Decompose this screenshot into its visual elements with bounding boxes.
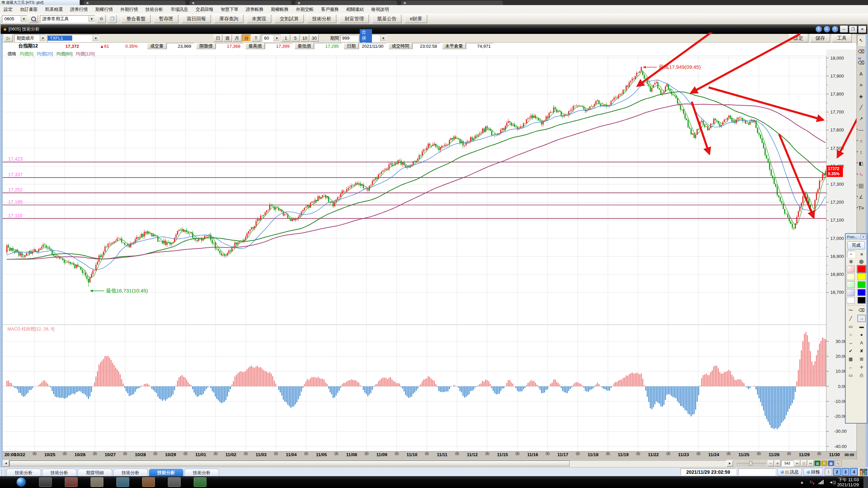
mdi-round-button[interactable]: ? <box>832 26 839 33</box>
color-swatch[interactable] <box>847 289 855 296</box>
taskbar-app-icon-2[interactable] <box>65 477 78 487</box>
chart-button-儲存[interactable]: 儲存 <box>810 34 830 42</box>
toolbar-button-財富管理[interactable]: 財富管理 <box>340 15 369 23</box>
page-button-2[interactable]: 2 <box>833 468 841 476</box>
pen-size-7[interactable] <box>858 251 865 257</box>
menu-item-智慧下單[interactable]: 智慧下單 <box>217 6 242 13</box>
vertical-lines-icon[interactable]: ||||▾ <box>857 180 865 191</box>
menu-item-技術分析[interactable]: 技術分析 <box>142 6 167 13</box>
session-combo[interactable]: 合併盤 ▼ <box>359 35 387 42</box>
palette-tool[interactable]: ✛ <box>857 364 866 371</box>
color-swatch[interactable] <box>847 266 855 272</box>
toolbar-button-技術分析[interactable]: 技術分析 <box>307 15 336 23</box>
page-button-3[interactable]: 3 <box>842 468 849 476</box>
palette-tool[interactable]: ○ <box>847 331 855 338</box>
period-button-月[interactable]: 月 <box>233 35 241 42</box>
chart-button-工具[interactable]: 工具 <box>832 34 852 42</box>
chevron-down-icon[interactable]: ▼ <box>88 16 95 22</box>
tab-5[interactable]: 技術分析 <box>184 469 219 476</box>
toolbar-button-未實現[interactable]: 未實現 <box>247 15 271 23</box>
taskbar-clock[interactable]: 下午 11:03 2021/11/29 <box>837 477 859 487</box>
contract-combo[interactable]: 期貨續月 ▼ <box>14 35 46 42</box>
symbol-combo[interactable]: TXFL1 ▼ <box>47 35 99 42</box>
search-button[interactable] <box>29 15 38 23</box>
pointer-icon[interactable]: ↖ <box>857 35 865 46</box>
mdi-round-button[interactable]: + <box>824 26 830 33</box>
layout-grid-icon[interactable] <box>860 469 867 475</box>
menu-item-客戶服務[interactable]: 客戶服務 <box>317 6 342 13</box>
color-swatch[interactable] <box>857 297 866 304</box>
menu-item-市場訊息[interactable]: 市場訊息 <box>167 6 192 13</box>
candle-chart-icon[interactable]: ▥ <box>814 461 821 466</box>
two-point-icon[interactable]: ◧▾ <box>857 158 865 169</box>
fill-icon[interactable]: ◈ <box>857 90 865 102</box>
pin-icon[interactable]: ↕▾ <box>857 146 865 158</box>
quick-minute-1[interactable]: 1 <box>281 35 290 42</box>
report-button[interactable]: 回報 <box>804 468 823 476</box>
toolbar-button-e財庫[interactable]: e財庫 <box>405 15 427 23</box>
message-button[interactable]: ▤訊息 <box>777 468 802 476</box>
color-swatch[interactable] <box>847 297 855 304</box>
menu-item-證券帳務[interactable]: 證券帳務 <box>242 6 267 13</box>
taskbar-app-icon-4[interactable] <box>116 477 129 487</box>
toolbar-button-凱基公告[interactable]: 凱基公告 <box>372 15 401 23</box>
page-button-4[interactable]: 4 <box>850 468 858 476</box>
tab-1[interactable]: 技術分析 <box>42 469 77 476</box>
palette-done-button[interactable]: 完成 <box>847 241 865 249</box>
action-center-flag-icon[interactable]: ⚐✘ <box>809 480 813 485</box>
page-button-1[interactable]: 1 <box>825 468 832 476</box>
menu-item-相關連結[interactable]: 相關連結 <box>342 6 368 13</box>
color-swatch[interactable] <box>847 281 855 288</box>
start-button[interactable] <box>16 477 26 487</box>
toolbar-button-交割試算[interactable]: 交割試算 <box>275 15 304 23</box>
zoom-slider[interactable] <box>736 460 767 466</box>
horizontal-line-icon[interactable]: —▾ <box>857 124 865 135</box>
cycle-wave-icon[interactable]: ∿▾ <box>857 169 865 180</box>
text-lines-icon[interactable]: T≡▾ <box>857 202 865 214</box>
settings-gear-button[interactable]: ⚙ <box>97 15 106 23</box>
palette-tool[interactable]: ╱ <box>847 315 855 322</box>
menu-item-證券行情[interactable]: 證券行情 <box>66 6 92 13</box>
palette-tool[interactable]: ✘ <box>857 347 866 354</box>
toolbar-button-當日回報[interactable]: 當日回報 <box>182 15 211 23</box>
chart-button-設定[interactable]: 設定 <box>789 34 808 42</box>
chevron-down-icon[interactable]: ▼ <box>380 35 386 41</box>
parallel-lines-icon[interactable]: ≡ <box>857 79 865 90</box>
color-swatch[interactable] <box>857 289 866 296</box>
tabbar-grip[interactable] <box>1 470 5 476</box>
line-chart-icon[interactable]: ∿ <box>835 460 842 466</box>
speaker-icon[interactable]: ◄)) <box>829 480 836 485</box>
period-button-週[interactable]: 週 <box>223 35 232 42</box>
network-signal-icon[interactable] <box>818 480 824 484</box>
quick-minute-5[interactable]: 5 <box>291 35 300 42</box>
toolbar-button-暫存匣[interactable]: 暫存匣 <box>154 15 178 23</box>
palette-tool[interactable]: ▬ <box>857 323 866 330</box>
menu-item-期權行情[interactable]: 期權行情 <box>92 6 117 13</box>
palette-tool[interactable]: ← <box>847 364 855 371</box>
palette-tool[interactable]: ✔ <box>847 347 855 354</box>
menu-item-期權帳務[interactable]: 期權帳務 <box>267 6 292 13</box>
color-swatch[interactable] <box>857 266 866 272</box>
period-count-input[interactable]: 999 <box>340 35 358 42</box>
play-button[interactable]: ▷ <box>4 35 13 42</box>
close-icon[interactable]: ✕ <box>861 235 866 239</box>
palette-tool[interactable]: ⎙ <box>857 372 866 379</box>
scroll-left-button[interactable]: ◄ <box>3 460 9 467</box>
screen-code-combo[interactable]: 0605 ▼ <box>2 15 27 23</box>
menu-item-檢視說明[interactable]: 檢視說明 <box>368 6 393 13</box>
eraser-icon[interactable]: ⌫ <box>857 46 865 57</box>
taskbar-app-icon-3[interactable] <box>91 477 103 487</box>
palette-tool[interactable]: 〜 <box>847 307 855 314</box>
quick-minute-10[interactable]: 10 <box>300 35 309 42</box>
zoom-in-button[interactable]: ✛ <box>774 460 781 466</box>
minute-combo[interactable]: 60 ▼ <box>262 35 280 42</box>
palette-tool[interactable]: ⊞ <box>857 355 866 363</box>
chevron-down-icon[interactable]: ▼ <box>93 35 99 41</box>
palette-tool[interactable]: ▭ <box>847 372 855 379</box>
tool-group-combo[interactable]: 證券常用工具 ▼ <box>40 15 95 23</box>
circle-icon[interactable]: ○▾ <box>857 135 865 146</box>
grid-chart-icon[interactable]: ▦ <box>828 461 834 466</box>
taskbar-app-icon-6[interactable] <box>168 477 181 487</box>
pen-size-13[interactable] <box>857 259 865 265</box>
quick-minute-30[interactable]: 30 <box>310 35 319 42</box>
